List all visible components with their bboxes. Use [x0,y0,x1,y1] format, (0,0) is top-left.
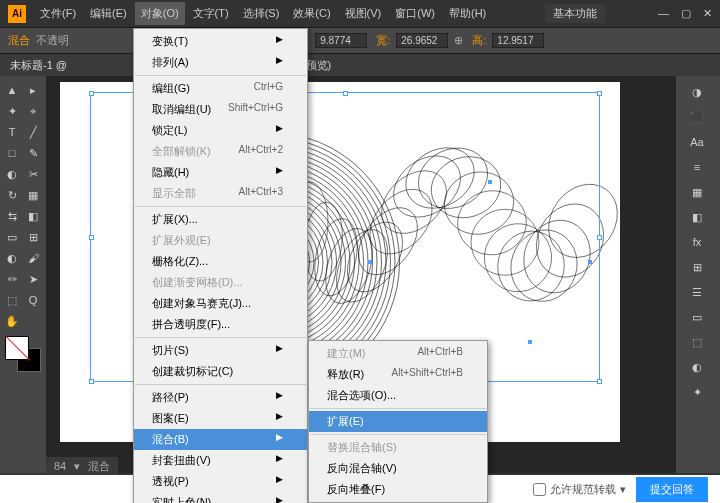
menu-item[interactable]: 扩展(X)... [134,209,307,230]
doc-name: 未标题-1 @ [10,58,67,73]
tool-button[interactable]: T [2,122,22,142]
menu-item[interactable]: 效果(C) [287,2,336,25]
menu-item[interactable]: 切片(S)▶ [134,340,307,361]
menu-item[interactable]: 文字(T) [187,2,235,25]
tool-button[interactable]: ▲ [2,80,22,100]
menu-item[interactable]: 封套扭曲(V)▶ [134,450,307,471]
allow-repost[interactable]: 允许规范转载 ▾ [533,482,626,497]
menu-item[interactable]: 路径(P)▶ [134,387,307,408]
tool-button[interactable]: □ [2,143,22,163]
panel-icon[interactable]: ⊞ [678,255,716,279]
panel-icon[interactable]: Aa [678,130,716,154]
menu-item[interactable]: 图案(E)▶ [134,408,307,429]
menu-item[interactable]: 对象(O) [135,2,185,25]
tool-button[interactable]: ↻ [2,185,22,205]
tool-button[interactable]: ✏ [2,269,22,289]
window-controls: — ▢ ✕ [658,7,712,20]
menu-item[interactable]: 反向混合轴(V) [309,458,487,479]
tool-button[interactable]: ✦ [2,101,22,121]
tool-button[interactable]: ◐ [2,164,22,184]
menu-item[interactable]: 混合(B)▶ [134,429,307,450]
menu-item: 全部解锁(K)Alt+Ctrl+2 [134,141,307,162]
menu-item[interactable]: 隐藏(H)▶ [134,162,307,183]
tool-button[interactable]: ╱ [23,122,43,142]
current-tool: 混合 [88,459,110,474]
opacity-label: 不透明 [36,33,69,48]
menu-item: 创建渐变网格(D)... [134,272,307,293]
panel-icon[interactable]: ◑ [678,80,716,104]
tool-button[interactable]: ✋ [2,311,22,331]
menu-item[interactable]: 反向堆叠(F) [309,479,487,500]
submit-button[interactable]: 提交回答 [636,477,708,502]
menu-item[interactable]: 混合选项(O)... [309,385,487,406]
status-bar: 84 ▾ 混合 [46,457,118,475]
tool-button[interactable]: ⬚ [2,290,22,310]
menu-item[interactable]: 释放(R)Alt+Shift+Ctrl+B [309,364,487,385]
tool-button[interactable]: ▦ [23,185,43,205]
menu-item[interactable]: 栅格化(Z)... [134,251,307,272]
menu-item[interactable]: 创建对象马赛克(J)... [134,293,307,314]
panel-icon[interactable]: ◐ [678,355,716,379]
menu-item[interactable]: 取消编组(U)Shift+Ctrl+G [134,99,307,120]
panel-icon[interactable]: ▦ [678,180,716,204]
tool-button[interactable]: ✎ [23,143,43,163]
menu-item[interactable]: 编辑(E) [84,2,133,25]
app-logo: Ai [8,5,26,23]
allow-checkbox[interactable] [533,483,546,496]
menu-item[interactable]: 文件(F) [34,2,82,25]
tool-button[interactable]: ➤ [23,269,43,289]
panel-icon[interactable]: ◧ [678,205,716,229]
menu-item: 建立(M)Alt+Ctrl+B [309,343,487,364]
tool-button[interactable]: ⇆ [2,206,22,226]
tool-button[interactable]: ✂ [23,164,43,184]
panel-icon[interactable]: ≡ [678,155,716,179]
tool-button[interactable]: ▸ [23,80,43,100]
tool-button[interactable]: ⌖ [23,101,43,121]
menu-item[interactable]: 窗口(W) [389,2,441,25]
menu-item[interactable]: 视图(V) [339,2,388,25]
maximize-icon[interactable]: ▢ [681,7,691,20]
height-input[interactable]: 12.9517 [492,33,544,48]
tool-button[interactable]: ◐ [2,248,22,268]
panel-icon[interactable]: ⬛ [678,105,716,129]
menu-item[interactable]: 排列(A)▶ [134,52,307,73]
panel-icon[interactable]: ☰ [678,280,716,304]
tool-button[interactable]: Q [23,290,43,310]
menu-item[interactable]: 变换(T)▶ [134,31,307,52]
tool-button[interactable]: 🖌 [23,248,43,268]
tool-button[interactable]: ⊞ [23,227,43,247]
menu-item[interactable]: 实时上色(N)▶ [134,492,307,503]
width-input[interactable]: 26.9652 [396,33,448,48]
blend-submenu: 建立(M)Alt+Ctrl+B释放(R)Alt+Shift+Ctrl+B混合选项… [308,340,488,503]
tool-button[interactable]: ▭ [2,227,22,247]
menu-item[interactable]: 创建裁切标记(C) [134,361,307,382]
main-menu: 文件(F)编辑(E)对象(O)文字(T)选择(S)效果(C)视图(V)窗口(W)… [34,2,492,25]
y-input[interactable]: 9.8774 [315,33,367,48]
menu-item[interactable]: 锁定(L)▶ [134,120,307,141]
color-swatch[interactable] [5,336,41,372]
link-icon[interactable]: ⊕ [454,34,463,47]
menu-item[interactable]: 拼合透明度(F)... [134,314,307,335]
menu-item: 替换混合轴(S) [309,437,487,458]
height-label: 高: [472,33,486,48]
menu-item: 扩展外观(E) [134,230,307,251]
menu-item: 显示全部Alt+Ctrl+3 [134,183,307,204]
close-icon[interactable]: ✕ [703,7,712,20]
menu-item[interactable]: 扩展(E) [309,411,487,432]
panel-icon[interactable]: ✦ [678,380,716,404]
menu-item[interactable]: 帮助(H) [443,2,492,25]
tool-button[interactable]: ◧ [23,206,43,226]
document-tab[interactable]: 未标题-1 @ (CMYK/预览) [0,54,720,76]
blend-label: 混合 [8,33,30,48]
menu-item[interactable]: 编组(G)Ctrl+G [134,78,307,99]
panel-icon[interactable]: fx [678,230,716,254]
control-bar: 混合 不透明 X:0805 Y:9.8774 宽:26.9652 ⊕ 高:12.… [0,28,720,54]
minimize-icon[interactable]: — [658,7,669,20]
panel-icon[interactable]: ⬚ [678,330,716,354]
workspace-switcher[interactable]: 基本功能 [545,4,605,23]
panel-icon[interactable]: ▭ [678,305,716,329]
menu-item[interactable]: 选择(S) [237,2,286,25]
menu-item[interactable]: 透视(P)▶ [134,471,307,492]
zoom-level[interactable]: 84 [54,460,66,472]
width-label: 宽: [376,33,390,48]
